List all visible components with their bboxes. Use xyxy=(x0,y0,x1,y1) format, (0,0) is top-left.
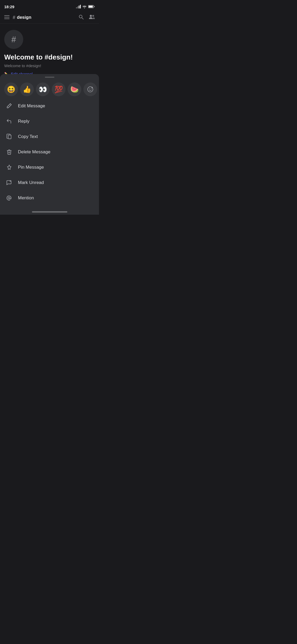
edit-message-menu-item[interactable]: Edit Message xyxy=(0,98,99,114)
copy-text-label: Copy Text xyxy=(18,134,38,139)
home-indicator xyxy=(32,211,67,213)
channel-hash-icon: # xyxy=(13,15,15,20)
members-icon[interactable] xyxy=(89,15,95,21)
emoji-thumbs-up[interactable]: 👍 xyxy=(20,82,34,96)
status-time: 18:29 xyxy=(4,4,14,9)
hamburger-menu-icon[interactable] xyxy=(4,15,10,20)
delete-message-label: Delete Message xyxy=(18,149,50,155)
svg-point-11 xyxy=(89,89,90,89)
mark-unread-menu-item[interactable]: Mark Unread xyxy=(0,175,99,190)
emoji-eyes[interactable]: 👀 xyxy=(36,82,50,96)
svg-rect-4 xyxy=(4,17,10,17)
context-menu-bottom-sheet: 😆 👍 👀 💯 🍉 Edit Message xyxy=(0,74,99,215)
delete-message-icon xyxy=(5,149,13,155)
search-icon[interactable] xyxy=(78,14,84,21)
svg-rect-15 xyxy=(8,135,11,139)
status-bar: 18:29 xyxy=(0,0,99,12)
mention-icon xyxy=(5,195,13,201)
channel-avatar: # xyxy=(4,30,23,49)
svg-rect-1 xyxy=(94,6,95,7)
channel-info: # Welcome to #design! Welcome to #design… xyxy=(0,24,99,80)
svg-point-8 xyxy=(90,15,92,17)
channel-description: Welcome to #design! xyxy=(4,63,95,68)
reply-menu-item[interactable]: Reply xyxy=(0,114,99,129)
edit-message-icon xyxy=(5,103,13,109)
status-icons xyxy=(76,5,95,8)
emoji-watermelon[interactable]: 🍉 xyxy=(68,82,81,96)
delete-message-menu-item[interactable]: Delete Message xyxy=(0,144,99,160)
mention-menu-item[interactable]: Mention xyxy=(0,190,99,206)
svg-point-16 xyxy=(8,197,10,199)
mark-unread-icon xyxy=(5,180,13,186)
channel-avatar-hash-icon: # xyxy=(11,35,16,44)
nav-actions xyxy=(78,14,95,21)
svg-rect-3 xyxy=(4,15,10,16)
wifi-icon xyxy=(82,5,87,8)
pin-message-label: Pin Message xyxy=(18,165,44,170)
reply-icon xyxy=(5,118,13,124)
nav-bar: # design xyxy=(0,12,99,23)
bottom-sheet-handle xyxy=(0,74,99,79)
channel-name-header: # design xyxy=(13,15,78,20)
svg-point-12 xyxy=(91,89,91,89)
svg-point-6 xyxy=(79,15,82,18)
mark-unread-label: Mark Unread xyxy=(18,180,44,185)
copy-text-icon xyxy=(5,134,13,140)
drag-handle xyxy=(45,77,54,78)
copy-text-menu-item[interactable]: Copy Text xyxy=(0,129,99,144)
edit-message-label: Edit Message xyxy=(18,103,45,109)
svg-point-9 xyxy=(92,15,94,17)
svg-line-7 xyxy=(82,18,83,19)
pin-message-menu-item[interactable]: Pin Message xyxy=(0,160,99,175)
battery-icon xyxy=(88,5,95,8)
pin-message-icon xyxy=(5,164,13,170)
mention-label: Mention xyxy=(18,195,34,201)
svg-rect-2 xyxy=(89,6,93,8)
emoji-reaction-row: 😆 👍 👀 💯 🍉 xyxy=(0,79,99,98)
emoji-grinning-squinting[interactable]: 😆 xyxy=(4,82,18,96)
add-emoji-button[interactable] xyxy=(83,82,97,96)
reply-label: Reply xyxy=(18,119,29,124)
signal-icon xyxy=(76,5,81,8)
svg-rect-5 xyxy=(4,19,10,19)
emoji-hundred[interactable]: 💯 xyxy=(52,82,65,96)
channel-title: Welcome to #design! xyxy=(4,53,95,61)
